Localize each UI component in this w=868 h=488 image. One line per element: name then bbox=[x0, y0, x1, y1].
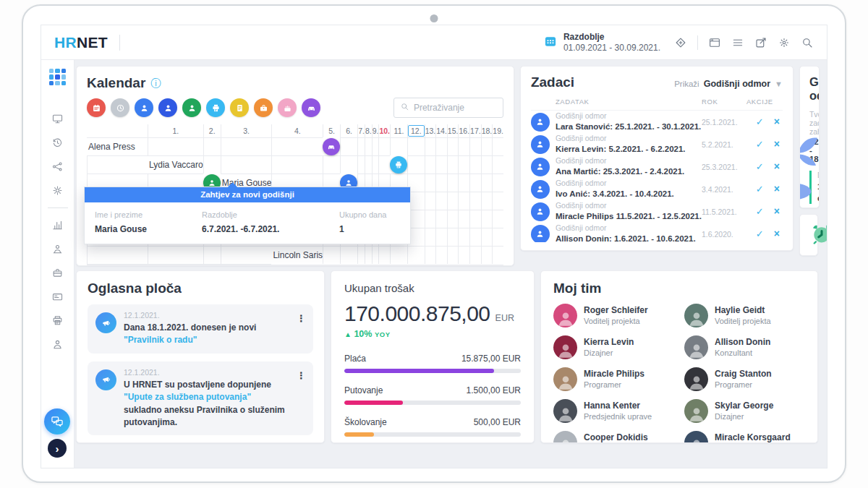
header-actions: Razdoblje 01.09.2021 - 30.09.2021. bbox=[543, 32, 814, 53]
kebab-menu-icon[interactable]: ⋮ bbox=[297, 313, 306, 324]
calendar-cell bbox=[481, 210, 493, 228]
calendar-cell bbox=[365, 155, 372, 174]
calendar-cell bbox=[87, 246, 148, 264]
search-icon[interactable] bbox=[801, 36, 814, 49]
task-detail: Ivo Anić: 3.4.2021. - 10.4.2021. bbox=[556, 189, 702, 200]
sidebar-item-network[interactable] bbox=[41, 155, 74, 179]
progress-track bbox=[344, 432, 521, 437]
focus-icon[interactable] bbox=[674, 36, 687, 49]
period-selector[interactable]: Razdoblje 01.09.2021 - 30.09.2021. bbox=[543, 32, 660, 53]
team-member[interactable]: Craig StantonProgramer bbox=[684, 367, 805, 391]
sidebar-item-briefcase[interactable] bbox=[41, 261, 74, 285]
compose-icon[interactable] bbox=[754, 36, 767, 49]
team-member[interactable]: Miracle KorsgaardProgramer bbox=[684, 431, 805, 443]
search-input[interactable] bbox=[414, 103, 497, 113]
task-row[interactable]: Godišnji odmorLara Stanović: 25.1.2021. … bbox=[531, 111, 783, 133]
calendar-cell bbox=[271, 155, 323, 174]
approve-check-icon[interactable]: ✓ bbox=[756, 139, 764, 150]
reject-x-icon[interactable]: × bbox=[774, 116, 780, 127]
task-type: Godišnji odmor bbox=[556, 223, 702, 234]
kebab-menu-icon[interactable]: ⋮ bbox=[297, 370, 306, 381]
sidebar-item-monitor[interactable] bbox=[41, 107, 74, 131]
sidebar-item-chart[interactable] bbox=[41, 213, 74, 237]
event-type-car-icon[interactable] bbox=[302, 98, 320, 117]
event-type-calendar-icon[interactable] bbox=[87, 98, 106, 117]
approve-check-icon[interactable]: ✓ bbox=[756, 184, 764, 194]
app-grid-logo[interactable] bbox=[49, 69, 66, 85]
calendar-cell bbox=[458, 246, 469, 264]
tasks-list: Godišnji odmorLara Stanović: 25.1.2021. … bbox=[531, 111, 783, 242]
avatar bbox=[553, 431, 577, 443]
calendar-cell bbox=[221, 246, 272, 264]
event-type-person-icon[interactable] bbox=[182, 98, 201, 117]
info-icon[interactable]: ⓘ bbox=[150, 78, 161, 88]
cost-bar: Putovanje1.500,00 EUR bbox=[344, 385, 521, 405]
team-member[interactable]: Hanna KenterPredsjednik uprave bbox=[553, 399, 674, 423]
sidebar-item-history[interactable] bbox=[41, 131, 74, 155]
calendar-event-printer[interactable] bbox=[390, 156, 407, 174]
task-row[interactable]: Godišnji odmorIvo Anić: 3.4.2021. - 10.4… bbox=[531, 178, 783, 200]
reject-x-icon[interactable]: × bbox=[774, 206, 780, 217]
team-member[interactable]: Cooper DokidisDizajner bbox=[553, 431, 674, 443]
approve-check-icon[interactable]: ✓ bbox=[756, 228, 764, 239]
member-name: Miracle Philips bbox=[584, 369, 644, 380]
my-team-card: Moj tim Roger SchleiferVoditelj projekta… bbox=[540, 270, 818, 443]
team-member[interactable]: Allison DoninKonzultant bbox=[684, 335, 805, 359]
menu-icon[interactable] bbox=[731, 36, 744, 49]
sidebar-item-gear[interactable] bbox=[41, 179, 74, 202]
bulletin-link[interactable]: "Pravilnik o radu" bbox=[124, 335, 197, 345]
reject-x-icon[interactable]: × bbox=[774, 161, 780, 172]
task-row[interactable]: Godišnji odmorAllison Donin: 1.6.2021. -… bbox=[531, 223, 783, 242]
event-type-person-icon[interactable] bbox=[158, 98, 177, 117]
calendar-cell bbox=[148, 246, 203, 264]
task-row[interactable]: Godišnji odmorAna Martić: 25.3.2021. - 2… bbox=[531, 155, 783, 178]
window-icon[interactable] bbox=[708, 36, 721, 49]
day-header: 5. bbox=[323, 124, 340, 137]
sidebar-item-person[interactable] bbox=[41, 333, 74, 356]
day-header: 12. bbox=[407, 124, 425, 137]
event-type-briefcase-icon[interactable] bbox=[254, 98, 273, 117]
task-detail: Lara Stanović: 25.1.2021. - 30.1.2021. bbox=[556, 121, 702, 132]
progress-fill bbox=[344, 432, 374, 437]
lamp-icon[interactable] bbox=[778, 36, 791, 49]
tasks-filter-dropdown[interactable]: Prikaži Godišnji odmor ▼ bbox=[674, 79, 783, 89]
sidebar-item-card[interactable] bbox=[41, 285, 74, 309]
event-type-printer-icon[interactable] bbox=[206, 98, 225, 117]
team-member[interactable]: Miracle PhilipsProgramer bbox=[553, 367, 674, 391]
avatar bbox=[684, 304, 708, 328]
hrnet-logo[interactable]: HRNET bbox=[54, 34, 108, 51]
tasks-title: Zadaci bbox=[531, 74, 574, 90]
alarm-clock-icon bbox=[809, 221, 827, 249]
event-type-cake-icon[interactable] bbox=[278, 98, 297, 117]
task-deadline: 3.4.2021. bbox=[702, 185, 746, 194]
calendar-event-car[interactable] bbox=[323, 138, 340, 155]
reject-x-icon[interactable]: × bbox=[774, 139, 780, 150]
reject-x-icon[interactable]: × bbox=[774, 184, 780, 194]
calendar-toolbar bbox=[87, 97, 503, 119]
chat-button[interactable] bbox=[44, 408, 70, 435]
calendar-cell bbox=[447, 246, 459, 264]
bulletin-link[interactable]: "Upute za službena putovanja" bbox=[124, 392, 251, 402]
event-type-person-icon[interactable] bbox=[135, 98, 153, 117]
calendar-cell bbox=[221, 264, 272, 265]
expand-arrow-button[interactable]: › bbox=[48, 439, 67, 458]
sidebar-item-person-desk[interactable] bbox=[41, 237, 74, 261]
task-row[interactable]: Godišnji odmorMiracle Philips 11.5.2021.… bbox=[531, 200, 783, 223]
avatar bbox=[553, 399, 577, 423]
team-member[interactable]: Haylie GeidtVoditelj projekta bbox=[684, 304, 805, 328]
sidebar-item-printer[interactable] bbox=[41, 309, 74, 333]
team-member[interactable]: Roger SchleiferVoditelj projekta bbox=[553, 304, 674, 328]
reject-x-icon[interactable]: × bbox=[774, 228, 780, 239]
approve-check-icon[interactable]: ✓ bbox=[756, 116, 764, 127]
approve-check-icon[interactable]: ✓ bbox=[756, 206, 764, 217]
task-row[interactable]: Godišnji odmorKierra Levin: 5.2.2021. - … bbox=[531, 133, 783, 155]
team-member[interactable]: Kierra LevinDizajner bbox=[553, 335, 674, 359]
calendar-cell bbox=[203, 155, 221, 174]
last-login-card: Zadnja prijava 15:57h (00:11:34h) bbox=[799, 214, 818, 256]
calendar-cell bbox=[481, 192, 493, 210]
team-member[interactable]: Skylar GeorgeDizajner bbox=[684, 399, 805, 423]
event-type-doc-icon[interactable] bbox=[230, 98, 249, 117]
event-type-clock-icon[interactable] bbox=[111, 98, 129, 117]
approve-check-icon[interactable]: ✓ bbox=[756, 161, 764, 172]
day-header: 17. bbox=[469, 124, 481, 137]
